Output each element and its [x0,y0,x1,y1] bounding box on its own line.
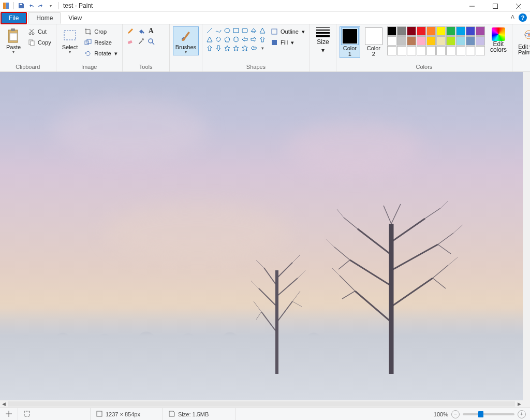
eraser-tool[interactable] [126,37,135,46]
color-swatch-empty[interactable] [466,46,475,55]
text-tool[interactable]: A [146,26,156,36]
zoom-out-button[interactable]: − [451,410,460,418]
color-swatch-empty[interactable] [426,46,436,55]
fill-button[interactable]: Fill▾ [269,37,306,48]
color-swatch[interactable] [397,36,406,46]
color-swatch[interactable] [417,26,426,36]
disk-icon [168,410,175,418]
zoom-in-button[interactable]: + [518,410,526,418]
canvas[interactable] [0,72,523,400]
redo-icon[interactable] [37,2,45,10]
color-picker-tool[interactable] [136,37,145,46]
svg-line-46 [264,268,277,286]
color2-button[interactable]: Color 2 [363,26,384,58]
copy-button[interactable]: Copy [26,37,53,48]
color-palette[interactable] [387,26,485,55]
svg-line-42 [261,312,277,332]
svg-rect-1 [6,3,9,9]
color-swatch[interactable] [387,26,396,36]
svg-rect-2 [20,4,22,5]
crop-button[interactable]: Crop [82,26,119,37]
svg-line-62 [391,219,425,242]
color-swatch[interactable] [397,26,406,36]
color-swatch[interactable] [476,26,485,36]
color-swatch-empty[interactable] [417,46,426,55]
color-swatch[interactable] [407,36,416,46]
svg-point-11 [32,33,34,35]
qat-dropdown-icon[interactable]: ▾ [47,2,55,10]
color1-button[interactable]: Color 1 [340,26,360,58]
color-swatch[interactable] [426,26,436,36]
outline-button[interactable]: Outline▾ [269,26,306,37]
color-swatch-empty[interactable] [407,46,416,55]
svg-line-79 [337,209,344,218]
rotate-button[interactable]: Rotate▾ [82,48,119,59]
svg-line-71 [344,218,358,229]
collapse-ribbon-icon[interactable]: ᐱ [511,14,514,20]
color-swatch[interactable] [456,26,465,36]
cursor-position-cell [0,408,18,420]
color-swatch[interactable] [436,26,446,36]
chevron-down-icon: ▾ [69,51,71,54]
fill-shape-icon [270,38,278,47]
color-swatch-empty[interactable] [436,46,446,55]
color-swatch-empty[interactable] [387,46,396,55]
zoom-slider[interactable] [463,413,514,415]
scroll-left-icon[interactable]: ◀ [0,401,7,407]
minimize-button[interactable] [460,0,483,12]
color-swatch[interactable] [446,36,455,46]
statusbar: 1237 × 854px Size: 1.5MB 100% − + [0,408,530,420]
help-icon[interactable]: ? [519,13,527,22]
edit-colors-button[interactable]: Edit colors [488,26,509,54]
chevron-down-icon: ▾ [321,47,325,54]
color-swatch-empty[interactable] [397,46,406,55]
file-tab[interactable]: File [1,12,26,24]
color-swatch-empty[interactable] [456,46,465,55]
resize-button[interactable]: Resize [82,37,119,48]
pencil-tool[interactable] [126,26,135,36]
brushes-button[interactable]: Brushes ▾ [173,26,199,55]
view-tab[interactable]: View [61,12,90,24]
color-swatch[interactable] [466,26,475,36]
svg-line-48 [254,301,261,312]
color-swatch[interactable] [476,36,485,46]
image-dim-icon [96,410,103,418]
home-tab[interactable]: Home [28,12,61,24]
color-swatch[interactable] [436,36,446,46]
resize-icon [84,38,92,47]
size-button[interactable]: Size ▾ [314,26,332,55]
maximize-button[interactable] [483,0,507,12]
vertical-scrollbar[interactable] [523,72,530,400]
undo-icon[interactable] [27,2,35,10]
size-icon [316,27,330,37]
svg-rect-36 [272,29,277,34]
paint3d-button[interactable]: Edit with Paint 3D [516,26,530,57]
svg-point-21 [142,38,144,40]
color-swatch[interactable] [407,26,416,36]
svg-rect-16 [64,31,76,40]
color-swatch[interactable] [446,26,455,36]
shapes-gallery[interactable]: ▾ [205,26,267,52]
color-swatch[interactable] [417,36,426,46]
svg-line-68 [338,260,350,269]
color-swatch[interactable] [456,36,465,46]
color-swatch[interactable] [426,36,436,46]
magnifier-tool[interactable] [146,37,156,46]
svg-line-78 [453,225,463,233]
svg-line-47 [277,263,292,278]
color-swatch[interactable] [466,36,475,46]
close-button[interactable] [507,0,530,12]
paste-button[interactable]: Paste ▾ [3,26,24,55]
save-icon[interactable] [17,2,25,10]
svg-line-64 [342,291,355,299]
horizontal-scrollbar[interactable]: ◀ ▶ [0,400,523,408]
svg-line-61 [358,229,391,255]
color-swatch[interactable] [387,36,396,46]
color-swatch-empty[interactable] [446,46,455,55]
cut-button[interactable]: Cut [26,26,53,37]
scroll-right-icon[interactable]: ▶ [516,401,523,407]
color-swatch-empty[interactable] [476,46,485,55]
fill-tool[interactable] [136,26,145,36]
select-button[interactable]: Select ▾ [60,26,81,55]
select-icon [62,28,78,44]
